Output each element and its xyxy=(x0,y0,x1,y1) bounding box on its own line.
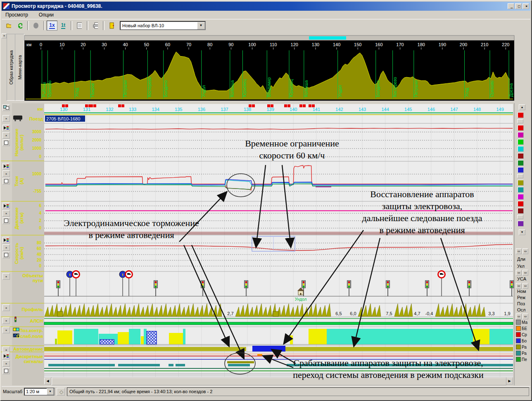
controller-position-block xyxy=(74,329,98,344)
info-label: Ном xyxy=(517,289,532,294)
station-label: Усад xyxy=(465,88,469,97)
legend-color-swatch[interactable] xyxy=(518,160,524,166)
legend-color-swatch[interactable] xyxy=(518,187,524,193)
svg-text:км: км xyxy=(26,42,31,47)
minimap-view-window xyxy=(309,36,346,40)
legend-mini-button[interactable] xyxy=(517,174,523,178)
info-label: УСА xyxy=(517,276,532,281)
event-marker xyxy=(303,104,306,107)
station-label: Покров xyxy=(90,83,95,97)
row-option-checkbox[interactable] xyxy=(2,252,10,258)
autodrive-override-band xyxy=(252,346,285,351)
panel-toggle-button[interactable]: ▭ xyxy=(522,248,528,254)
discrete-signal-band xyxy=(169,364,173,366)
legend-color-swatch[interactable] xyxy=(518,139,524,145)
legend-color-swatch[interactable] xyxy=(518,208,524,214)
panel-toggle-button[interactable]: ▭ xyxy=(522,283,528,289)
mode-legend-item: Ма xyxy=(516,320,532,325)
panel-label: км xyxy=(12,106,43,111)
controller-position-block xyxy=(169,333,183,344)
close-row-button[interactable]: × xyxy=(2,317,10,324)
km-ruler-label: 134 xyxy=(152,107,159,112)
panel-toggle-button[interactable]: ▭ xyxy=(522,270,528,276)
legend-color-swatch[interactable] xyxy=(518,167,524,173)
km-ruler-label: 131 xyxy=(83,107,90,112)
close-row-button[interactable]: × xyxy=(2,170,10,177)
panel-label: Профиль xyxy=(12,307,43,312)
train-value: 2705 ВЛ10-1680 xyxy=(46,116,80,121)
mode-legend-item: БЕ xyxy=(516,326,532,331)
app-window: { "window":{"title":"Просмотр картриджа … xyxy=(0,0,532,401)
panel-toggle-button[interactable]: ▭ xyxy=(516,248,522,254)
event-marker xyxy=(121,104,124,107)
controller-position-block xyxy=(327,329,352,344)
close-row-button[interactable]: × xyxy=(2,304,10,311)
svg-text:220: 220 xyxy=(502,42,509,47)
close-row-button[interactable]: × xyxy=(2,327,10,333)
station-house-label: Ундол xyxy=(295,297,307,302)
km-ruler-label: 130 xyxy=(60,107,67,112)
mode-legend-item: Ра xyxy=(516,351,532,356)
svg-text:140: 140 xyxy=(333,42,340,47)
close-row-button[interactable]: × xyxy=(2,210,10,217)
legend-color-swatch[interactable] xyxy=(518,194,524,200)
panel-label: Поезд xyxy=(12,116,43,121)
row-series-button[interactable] xyxy=(2,353,10,359)
close-row-button[interactable]: × xyxy=(2,132,10,139)
row-option-checkbox[interactable] xyxy=(2,217,10,224)
autodrive-band xyxy=(44,347,246,351)
row-option-checkbox[interactable] xyxy=(2,178,10,184)
panel-toggle-button[interactable]: ▭ xyxy=(516,314,522,319)
panel-toggle-button[interactable]: ▭ xyxy=(516,283,522,289)
legend-color-swatch[interactable] xyxy=(518,146,524,152)
legend-scroll-down-button[interactable]: ▼ xyxy=(519,229,525,235)
axis-tick-label: -755 xyxy=(25,189,41,193)
station-label: Юрьевец xyxy=(289,79,294,97)
close-row-button[interactable]: × xyxy=(2,244,10,251)
event-marker xyxy=(118,104,121,107)
legend-color-swatch[interactable] xyxy=(518,112,524,118)
event-marker xyxy=(287,104,290,107)
svg-text:50: 50 xyxy=(144,42,149,47)
legend-mini-button[interactable] xyxy=(517,119,523,123)
row-option-checkbox[interactable] xyxy=(2,368,10,374)
legend-color-swatch[interactable] xyxy=(518,125,524,131)
row-series-button[interactable] xyxy=(2,203,10,209)
row-series-button[interactable] xyxy=(2,163,10,170)
close-row-button[interactable]: × xyxy=(2,360,10,367)
km-ruler-label: 136 xyxy=(198,107,205,112)
station-label: Петушки xyxy=(414,80,418,97)
field-weakening-block xyxy=(100,340,114,344)
km-ruler-label: 132 xyxy=(106,107,113,112)
close-row-button[interactable]: × xyxy=(2,347,10,353)
row-series-button[interactable] xyxy=(2,237,10,243)
gradient-value: 7,5 xyxy=(386,311,392,316)
panel-toggle-button[interactable]: ▭ xyxy=(516,270,522,276)
close-row-button[interactable]: × xyxy=(2,115,10,122)
svg-text:120: 120 xyxy=(291,42,298,47)
legend-color-swatch[interactable] xyxy=(518,201,524,207)
annotation-edt: Электродинамическое торможение в режиме … xyxy=(42,217,221,241)
svg-text:t: t xyxy=(69,273,71,277)
legend-color-swatch[interactable] xyxy=(518,132,524,138)
hscroll-left-button[interactable]: ◀ xyxy=(44,377,51,384)
svg-text:150: 150 xyxy=(354,42,361,47)
svg-text:70: 70 xyxy=(186,42,191,47)
legend-mini-button[interactable] xyxy=(517,215,523,219)
close-row-button[interactable]: × xyxy=(2,273,10,280)
legend-color-swatch[interactable] xyxy=(518,221,524,226)
row-series-button[interactable] xyxy=(2,125,10,131)
panel-title: Напряжение (вольт) xyxy=(13,124,25,161)
legend-scroll-up-button[interactable]: ▲ xyxy=(519,104,525,110)
controller-position-block xyxy=(473,329,489,344)
info-label: Укл xyxy=(517,264,532,269)
km-ruler-label: 147 xyxy=(450,107,458,112)
station-label: Болдино xyxy=(376,80,380,97)
legend-color-swatch[interactable] xyxy=(518,153,524,159)
controller-position-block xyxy=(55,339,57,344)
panel-toggle-button[interactable]: ▭ xyxy=(522,314,528,319)
row-option-checkbox[interactable] xyxy=(2,139,10,146)
km-ruler-label: 141 xyxy=(313,107,320,112)
dock-button[interactable] xyxy=(2,104,10,111)
legend-color-swatch[interactable] xyxy=(518,180,524,186)
